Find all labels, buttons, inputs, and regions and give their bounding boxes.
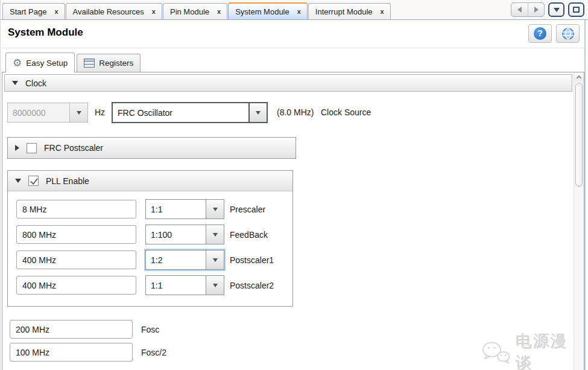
pll-body: 1:1 Prescaler 1:100 FeedBack 1:2 Postsca…: [8, 191, 292, 306]
tab-list-dropdown-button[interactable]: [548, 2, 564, 17]
fosc-half-label: Fosc/2: [141, 348, 166, 357]
view-tab-bar: ⚙ Easy Setup Registers: [2, 48, 584, 72]
close-icon[interactable]: x: [54, 8, 58, 15]
dropdown-arrow: [77, 111, 81, 115]
postscaler2-ratio-combobox[interactable]: 1:1: [145, 275, 224, 295]
tab-label: Pin Module: [170, 7, 209, 16]
close-icon[interactable]: x: [217, 8, 221, 15]
easy-setup-panel: Clock 8000000 Hz FRC Oscillator (8.0 MHz…: [2, 72, 584, 370]
close-icon[interactable]: x: [152, 8, 156, 15]
fosc-frequency-input[interactable]: [10, 320, 133, 339]
tab-registers[interactable]: Registers: [77, 54, 141, 72]
editor-tab-bar: Start Page x Available Resources x Pin M…: [1, 0, 588, 20]
dropdown-arrow: [213, 284, 218, 287]
close-icon[interactable]: x: [381, 8, 384, 15]
wechat-icon: [481, 340, 511, 365]
postscaler2-frequency-input[interactable]: [16, 276, 136, 295]
dropdown-arrow: [213, 233, 218, 237]
scroll-tabs-left-button[interactable]: [511, 3, 528, 16]
tab-label: Registers: [99, 59, 133, 68]
pll-enable-checkbox[interactable]: [28, 176, 39, 186]
tab-label: Interrupt Module: [315, 7, 373, 16]
chevron-right-icon: [534, 7, 539, 13]
close-icon[interactable]: x: [297, 8, 301, 15]
feedback-frequency-input[interactable]: [16, 225, 136, 244]
dropdown-arrow: [256, 111, 261, 115]
tab-label: Easy Setup: [26, 59, 68, 68]
header-buttons: ?: [528, 24, 580, 43]
maximize-button[interactable]: [568, 2, 584, 17]
help-button[interactable]: ?: [528, 24, 552, 43]
derived-frequency-label: (8.0 MHz): [277, 107, 314, 117]
datasheet-web-button[interactable]: [556, 24, 580, 43]
clock-source-combobox[interactable]: FRC Oscillator: [112, 102, 268, 123]
chevron-down-icon[interactable]: [206, 200, 224, 218]
tab-label: System Module: [235, 7, 289, 16]
postscaler1-ratio-value: 1:2: [146, 250, 206, 269]
frc-postscaler-checkbox[interactable]: [27, 143, 37, 153]
postscaler1-frequency-input[interactable]: [16, 250, 136, 269]
tab-start-page[interactable]: Start Page x: [2, 3, 65, 19]
feedback-ratio-value: 1:100: [146, 225, 206, 244]
tab-available-resources[interactable]: Available Resources x: [66, 3, 162, 19]
pll-enable-header[interactable]: PLL Enable: [8, 171, 292, 191]
chevron-down-icon[interactable]: [206, 250, 224, 269]
chevron-down-icon: [554, 8, 560, 12]
frc-postscaler-panel: FRC Postscaler: [7, 137, 296, 159]
tab-nav-controls: [511, 2, 584, 17]
chevron-left-icon: [517, 7, 522, 13]
scrollbar-thumb[interactable]: [575, 83, 583, 187]
prescaler-ratio-value: 1:1: [146, 200, 206, 218]
collapse-icon: [12, 81, 18, 85]
help-icon: ?: [534, 27, 546, 40]
prescaler-label: Prescaler: [230, 205, 265, 214]
expand-icon: [15, 145, 19, 151]
chevron-up-icon: [577, 75, 581, 80]
chevron-down-icon[interactable]: [206, 276, 224, 295]
section-title: Clock: [25, 78, 46, 88]
pll-enable-label: PLL Enable: [46, 176, 89, 186]
chevron-down-icon[interactable]: [69, 103, 87, 122]
postscaler2-ratio-value: 1:1: [146, 276, 206, 295]
fosc-label: Fosc: [141, 325, 159, 334]
tab-label: Start Page: [10, 7, 46, 16]
tab-label: Available Resources: [73, 7, 144, 16]
dropdown-arrow: [213, 258, 218, 262]
page-title: System Module: [8, 27, 83, 39]
mcc-system-module-window: Start Page x Available Resources x Pin M…: [0, 0, 588, 370]
window-right-edge: [584, 20, 586, 370]
postscaler1-ratio-combobox[interactable]: 1:2: [145, 250, 224, 270]
maximize-icon: [573, 7, 580, 13]
scroll-tabs-right-button[interactable]: [528, 3, 544, 16]
frequency-value: 8000000: [8, 103, 69, 122]
globe-icon: [561, 27, 575, 40]
scroll-up-button[interactable]: [574, 72, 584, 81]
pll-enable-panel: PLL Enable 1:1 Prescaler 1:100 FeedBack …: [7, 170, 293, 307]
chevron-down-icon[interactable]: [206, 225, 224, 244]
collapse-icon: [15, 179, 21, 183]
document-header: System Module ?: [2, 20, 584, 48]
postscaler2-label: Postscaler2: [230, 281, 274, 290]
tab-interrupt-module[interactable]: Interrupt Module x: [308, 3, 391, 19]
clock-source-label: Clock Source: [321, 107, 371, 117]
frequency-combobox[interactable]: 8000000: [7, 103, 88, 123]
frc-postscaler-header[interactable]: FRC Postscaler: [8, 138, 296, 158]
tab-easy-setup[interactable]: ⚙ Easy Setup: [5, 53, 75, 72]
vertical-scrollbar[interactable]: [574, 72, 584, 370]
chevron-down-icon[interactable]: [248, 103, 267, 122]
registers-icon: [84, 59, 95, 68]
hz-label: Hz: [95, 107, 105, 117]
gear-icon: ⚙: [13, 58, 22, 68]
feedback-ratio-combobox[interactable]: 1:100: [145, 225, 224, 244]
tab-system-module[interactable]: System Module x: [228, 2, 308, 19]
postscaler1-label: Postscaler1: [230, 255, 274, 265]
fosc-half-frequency-input[interactable]: [10, 343, 133, 362]
prescaler-frequency-input[interactable]: [16, 200, 136, 218]
watermark: 电源漫谈: [481, 331, 584, 370]
tab-pin-module[interactable]: Pin Module x: [163, 3, 227, 19]
dropdown-arrow: [213, 208, 218, 211]
frc-postscaler-label: FRC Postscaler: [44, 143, 103, 153]
clock-section-header[interactable]: Clock: [4, 74, 572, 92]
prescaler-ratio-combobox[interactable]: 1:1: [145, 199, 224, 219]
feedback-label: FeedBack: [230, 230, 268, 240]
